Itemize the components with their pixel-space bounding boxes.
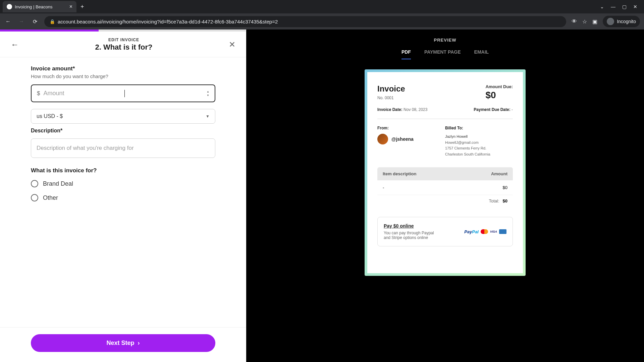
visa-icon: VISA (490, 230, 497, 233)
currency-select[interactable]: us USD - $ ▼ (31, 109, 215, 124)
tab-email[interactable]: EMAIL (474, 49, 489, 59)
pay-online-link[interactable]: Pay $0 online (384, 223, 437, 229)
chevron-down-icon[interactable]: ⌄ (600, 4, 604, 9)
total-value: $0 (503, 198, 507, 203)
star-icon[interactable]: ☆ (582, 18, 587, 25)
minimize-icon[interactable]: — (611, 4, 615, 9)
billed-addr2: Charleston South California (445, 152, 513, 158)
billed-addr1: 1757 Clements Ferry Rd. (445, 145, 513, 152)
close-window-icon[interactable]: ✕ (633, 4, 637, 9)
description-label: Description* (31, 128, 215, 134)
progress-bar (0, 29, 99, 32)
amex-icon (499, 229, 506, 234)
invoice-number: No. 0001 (377, 96, 405, 100)
reload-icon[interactable]: ⟳ (31, 17, 39, 25)
nav-bar: ← → ⟳ 🔒 account.beacons.ai/invoicing/hom… (0, 13, 644, 29)
table-row: - $0 (377, 180, 513, 195)
lock-icon: 🔒 (50, 19, 55, 24)
amount-label: Invoice amount* (31, 65, 215, 72)
edit-panel: ← EDIT INVOICE 2. What is it for? ✕ Invo… (0, 29, 246, 362)
amount-due-value: $0 (485, 90, 513, 101)
preview-tabs: PDF PAYMENT PAGE EMAIL (260, 49, 631, 59)
preview-label: PREVIEW (260, 38, 631, 43)
url-text: account.beacons.ai/invoicing/home/invoic… (58, 19, 278, 24)
radio-label: Other (43, 194, 58, 201)
tab-payment-page[interactable]: PAYMENT PAGE (424, 49, 461, 59)
next-label: Next Step (106, 340, 134, 347)
next-step-button[interactable]: Next Step › (31, 334, 215, 352)
incognito-badge[interactable]: Incognito (603, 16, 640, 27)
extension-icon[interactable]: ▣ (592, 18, 597, 25)
payment-due-label: Payment Due Date: (474, 107, 510, 112)
incognito-icon (607, 18, 614, 25)
avatar (377, 134, 388, 144)
col-amount: Amount (491, 171, 507, 176)
close-tab-icon[interactable]: × (69, 4, 72, 10)
mastercard-icon (481, 229, 488, 234)
from-name: @jsheena (391, 136, 414, 142)
address-bar[interactable]: 🔒 account.beacons.ai/invoicing/home/invo… (44, 16, 566, 27)
amount-hint: How much do you want to charge? (31, 73, 215, 79)
tab-title: Invoicing | Beacons (15, 4, 53, 9)
payment-box: Pay $0 online You can pay through Paypal… (377, 217, 513, 246)
radio-icon (31, 194, 38, 201)
panel-footer: Next Step › (0, 327, 246, 362)
number-stepper[interactable]: ▲▼ (207, 90, 209, 97)
description-input[interactable] (31, 138, 215, 158)
purpose-label: What is this invoice for? (31, 167, 215, 174)
col-description: Item description (383, 171, 416, 176)
invoice-date-label: Invoice Date: (377, 107, 402, 112)
close-icon[interactable]: ✕ (229, 40, 235, 49)
forward-icon: → (17, 17, 25, 25)
billed-to-label: Billed To: (445, 126, 513, 130)
browser-tab[interactable]: ✦ Invoicing | Beacons × (3, 1, 76, 12)
invoice-date-value: Nov 08, 2023 (404, 107, 427, 112)
text-cursor-icon (124, 90, 125, 97)
radio-other[interactable]: Other (31, 194, 215, 201)
chevron-down-icon: ▼ (206, 114, 210, 119)
panel-header: ← EDIT INVOICE 2. What is it for? ✕ (0, 29, 246, 57)
preview-panel: PREVIEW PDF PAYMENT PAGE EMAIL Invoice N… (246, 29, 644, 362)
eye-off-icon[interactable]: 👁 (572, 18, 577, 24)
currency-prefix: $ (37, 90, 40, 97)
tab-pdf[interactable]: PDF (401, 49, 411, 59)
chevron-right-icon: › (138, 340, 140, 347)
payment-due-value: - (512, 107, 513, 112)
amount-input-wrap[interactable]: $ ▲▼ (31, 84, 215, 102)
pay-text: You can pay through Paypal and Stripe op… (384, 231, 437, 240)
back-icon[interactable]: ← (4, 17, 12, 25)
invoice-form: Invoice amount* How much do you want to … (0, 57, 246, 327)
amount-input[interactable] (43, 90, 207, 97)
billed-name: Jazlyn Howell (445, 134, 513, 140)
currency-value: us USD - $ (37, 113, 63, 119)
total-label: Total: (489, 198, 499, 203)
maximize-icon[interactable]: ▢ (622, 4, 627, 9)
paypal-icon: PayPal (464, 229, 479, 234)
page-title: 2. What is it for? (19, 43, 229, 52)
item-desc: - (383, 185, 384, 190)
radio-brand-deal[interactable]: Brand Deal (31, 180, 215, 187)
window-controls: ⌄ — ▢ ✕ (600, 4, 641, 9)
from-label: From: (377, 126, 445, 130)
incognito-label: Incognito (617, 19, 636, 24)
invoice-preview: Invoice No. 0001 Amount Due: $0 Invoice … (365, 69, 526, 276)
favicon-icon: ✦ (7, 4, 12, 9)
back-arrow-icon[interactable]: ← (11, 40, 19, 49)
radio-label: Brand Deal (43, 180, 73, 187)
browser-chrome: ✦ Invoicing | Beacons × + ⌄ — ▢ ✕ ← → ⟳ … (0, 0, 644, 29)
header-label: EDIT INVOICE (19, 38, 229, 42)
amount-due-label: Amount Due: (485, 84, 513, 89)
tab-bar: ✦ Invoicing | Beacons × + ⌄ — ▢ ✕ (0, 0, 644, 13)
item-amount: $0 (503, 185, 507, 190)
radio-icon (31, 180, 38, 187)
new-tab-button[interactable]: + (80, 3, 84, 10)
invoice-title: Invoice (377, 84, 405, 94)
billed-email: HowellJ@gmail.com (445, 140, 513, 146)
